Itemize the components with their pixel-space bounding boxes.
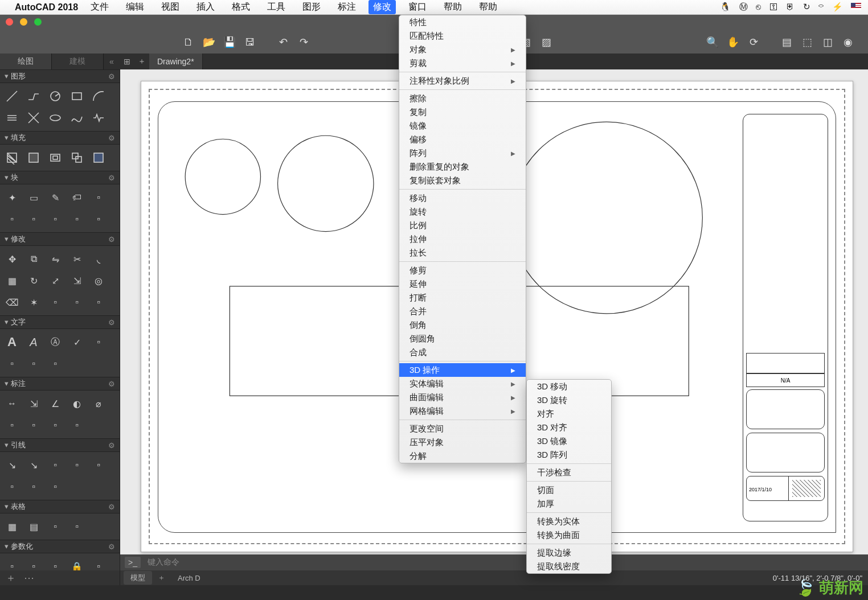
- command-line[interactable]: >_ 键入命令: [120, 554, 868, 570]
- panel-modify-header[interactable]: 修改⚙: [0, 232, 120, 246]
- mi-properties[interactable]: 特性: [399, 15, 526, 29]
- tool-rectangle[interactable]: [66, 85, 88, 107]
- mi-3darray[interactable]: 3D 阵列: [527, 448, 611, 462]
- tool-tb1[interactable]: ▫: [44, 516, 66, 537]
- panel-table-header[interactable]: 表格⚙: [0, 500, 120, 513]
- tool-table-style[interactable]: ▤: [23, 516, 44, 537]
- tool-stretch[interactable]: ⇲: [66, 270, 88, 291]
- tool-polygon[interactable]: [1, 107, 23, 129]
- mi-extend[interactable]: 延伸: [399, 277, 526, 291]
- tool-t5[interactable]: ▫: [23, 353, 44, 375]
- panel-fill-header[interactable]: 填充⚙: [0, 131, 120, 145]
- panel-dim-header[interactable]: 标注⚙: [0, 377, 120, 391]
- modelspace-tab[interactable]: 模型: [124, 571, 152, 585]
- tool-move[interactable]: ✥: [1, 248, 23, 270]
- tool-hatch[interactable]: [1, 147, 23, 169]
- tool-block-b3[interactable]: ▫: [23, 208, 44, 230]
- menu-tools[interactable]: 工具: [263, 0, 290, 14]
- mi-3dops[interactable]: 3D 操作: [399, 363, 526, 377]
- panel-block-header[interactable]: 块⚙: [0, 171, 120, 184]
- mi-3dmove[interactable]: 3D 移动: [527, 380, 611, 393]
- orbit-icon[interactable]: ⟳: [747, 36, 760, 48]
- menu-draw[interactable]: 图形: [298, 0, 325, 14]
- gear-icon[interactable]: ⚙: [108, 380, 115, 388]
- gear-icon[interactable]: ⚙: [108, 134, 115, 142]
- mi-surfedit[interactable]: 曲面编辑: [399, 391, 526, 404]
- tool-block-b1[interactable]: ▫: [88, 187, 109, 208]
- new-tab-button[interactable]: ＋: [134, 54, 149, 69]
- tool-leader2[interactable]: ↘: [23, 454, 44, 476]
- mi-trim[interactable]: 修剪: [399, 264, 526, 277]
- gear-icon[interactable]: ⚙: [108, 441, 115, 450]
- tool-m1[interactable]: ▫: [44, 291, 66, 313]
- redo-icon[interactable]: ↷: [297, 36, 310, 48]
- tray-key-icon[interactable]: ⚿: [769, 2, 778, 11]
- mi-mirror[interactable]: 镜像: [399, 119, 526, 133]
- mi-rotate[interactable]: 旋转: [399, 205, 526, 219]
- mi-changespace[interactable]: 更改空间: [399, 422, 526, 435]
- tool-erase[interactable]: ⌫: [1, 291, 23, 313]
- tool-dim-dia[interactable]: ⌀: [88, 393, 109, 414]
- tool-scale[interactable]: ⤢: [44, 270, 66, 291]
- tool-l1[interactable]: ▫: [44, 454, 66, 476]
- tool-boundary[interactable]: [44, 147, 66, 169]
- tool-ray[interactable]: [23, 107, 44, 129]
- tool-l5[interactable]: ▫: [23, 476, 44, 498]
- tool-tb2[interactable]: ▫: [66, 516, 88, 537]
- tool-region[interactable]: [66, 147, 88, 169]
- tool-gradient[interactable]: [23, 147, 44, 169]
- mi-interfere[interactable]: 干涉检查: [527, 466, 611, 479]
- mi-match-props[interactable]: 匹配特性: [399, 29, 526, 43]
- menu-help-2[interactable]: 帮助: [474, 0, 502, 14]
- gear-icon[interactable]: ⚙: [108, 503, 115, 511]
- tool-dim-linear[interactable]: ↔: [1, 393, 23, 414]
- zoom-icon[interactable]: 🔍: [706, 36, 719, 48]
- tool-mtext[interactable]: A: [1, 331, 23, 353]
- mi-tosolid[interactable]: 转换为实体: [527, 515, 611, 528]
- mi-clip[interactable]: 剪裁: [399, 56, 526, 70]
- tool-copy[interactable]: ⧉: [23, 248, 44, 270]
- gear-icon[interactable]: ⚙: [108, 318, 115, 327]
- tool-dim-radius[interactable]: ◐: [66, 393, 88, 414]
- tool-pulse[interactable]: [88, 107, 109, 129]
- tool-trim[interactable]: ✂: [66, 248, 88, 270]
- palette-icon[interactable]: ◉: [842, 36, 854, 48]
- tray-hotspot-icon[interactable]: ⎋: [756, 2, 761, 11]
- mi-copynested[interactable]: 复制嵌套对象: [399, 174, 526, 187]
- mi-offset[interactable]: 偏移: [399, 133, 526, 146]
- layout-tab[interactable]: Arch D: [171, 574, 207, 582]
- window-zoom-button[interactable]: [34, 18, 42, 26]
- mi-annoscale[interactable]: 注释性对象比例: [399, 74, 526, 88]
- mi-fillet[interactable]: 倒圆角: [399, 332, 526, 346]
- tool-explode[interactable]: ✶: [23, 291, 44, 313]
- menu-format[interactable]: 格式: [227, 0, 255, 14]
- menu-edit[interactable]: 编辑: [121, 0, 149, 14]
- tool-l3[interactable]: ▫: [88, 454, 109, 476]
- window-close-button[interactable]: [6, 18, 13, 26]
- sidebar-add-button[interactable]: ＋: [6, 571, 16, 585]
- tool-t4[interactable]: ▫: [1, 353, 23, 375]
- tool-m3[interactable]: ▫: [88, 291, 109, 313]
- tool-d4[interactable]: ▫: [66, 414, 88, 436]
- panel-shapes-header[interactable]: 图形⚙: [0, 69, 120, 83]
- mi-copy[interactable]: 复制: [399, 105, 526, 119]
- tool-block-create[interactable]: ✦: [1, 187, 23, 208]
- mi-join[interactable]: 合并: [399, 305, 526, 318]
- mi-scale[interactable]: 比例: [399, 219, 526, 232]
- tool-t1[interactable]: Ⓐ: [44, 331, 66, 353]
- mi-section[interactable]: 切面: [527, 483, 611, 497]
- mi-3dalign[interactable]: 3D 对齐: [527, 421, 611, 434]
- tool-l6[interactable]: ▫: [44, 476, 66, 498]
- viewport-grid-icon[interactable]: ⊞: [120, 54, 134, 69]
- mi-solidedit[interactable]: 实体编辑: [399, 377, 526, 391]
- undo-icon[interactable]: ↶: [277, 36, 289, 48]
- pan-icon[interactable]: ✋: [727, 36, 739, 48]
- tool-t3[interactable]: ▫: [88, 331, 109, 353]
- sidebar-tab-draw[interactable]: 绘图: [0, 54, 52, 69]
- tool-fillet[interactable]: ◟: [88, 248, 109, 270]
- mi-object[interactable]: 对象: [399, 43, 526, 56]
- mi-tosurface[interactable]: 转换为曲面: [527, 528, 611, 542]
- menu-dimen[interactable]: 标注: [333, 0, 361, 14]
- saveas-icon[interactable]: 🖫: [244, 36, 256, 48]
- tool-block-b4[interactable]: ▫: [44, 208, 66, 230]
